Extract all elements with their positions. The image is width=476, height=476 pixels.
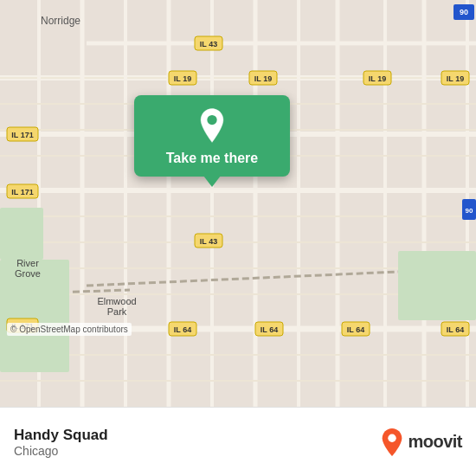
moovit-text: moovit: [408, 432, 462, 452]
map-svg: IL 19 IL 19 IL 19 IL 19 IL 43 IL 43 IL 1…: [0, 0, 476, 407]
svg-text:Norridge: Norridge: [41, 15, 80, 27]
svg-text:IL 64: IL 64: [174, 325, 191, 334]
svg-text:IL 19: IL 19: [254, 74, 272, 83]
svg-text:IL 171: IL 171: [11, 131, 33, 139]
svg-text:Grove: Grove: [15, 268, 41, 279]
svg-text:IL 64: IL 64: [347, 325, 364, 334]
svg-text:IL 64: IL 64: [447, 325, 464, 334]
map-view[interactable]: IL 19 IL 19 IL 19 IL 19 IL 43 IL 43 IL 1…: [0, 0, 476, 407]
take-me-there-button[interactable]: Take me there: [166, 151, 258, 166]
svg-text:Park: Park: [107, 306, 127, 317]
map-attribution: © OpenStreetMap contributors: [7, 323, 132, 336]
svg-point-67: [207, 115, 216, 125]
place-city: Chicago: [14, 444, 380, 458]
svg-text:90: 90: [466, 207, 473, 215]
svg-text:IL 19: IL 19: [369, 74, 386, 83]
svg-text:Elmwood: Elmwood: [97, 296, 136, 306]
svg-text:IL 64: IL 64: [261, 325, 278, 334]
svg-text:IL 43: IL 43: [200, 40, 217, 48]
svg-rect-31: [398, 251, 476, 320]
svg-text:IL 19: IL 19: [447, 74, 464, 83]
svg-point-68: [389, 434, 396, 441]
svg-rect-0: [0, 0, 476, 407]
location-pin-icon: [194, 107, 230, 144]
svg-text:IL 171: IL 171: [11, 188, 33, 196]
svg-text:River: River: [16, 258, 39, 268]
place-name: Handy Squad: [14, 427, 380, 444]
moovit-pin-icon: [380, 428, 404, 457]
navigation-popup[interactable]: Take me there: [134, 95, 290, 177]
svg-text:IL 19: IL 19: [174, 74, 191, 83]
svg-text:90: 90: [460, 8, 468, 16]
svg-rect-30: [0, 208, 43, 260]
svg-text:IL 43: IL 43: [200, 237, 217, 246]
moovit-logo: moovit: [380, 428, 462, 457]
bottom-bar: Handy Squad Chicago moovit: [0, 407, 476, 476]
place-info: Handy Squad Chicago: [14, 427, 380, 458]
